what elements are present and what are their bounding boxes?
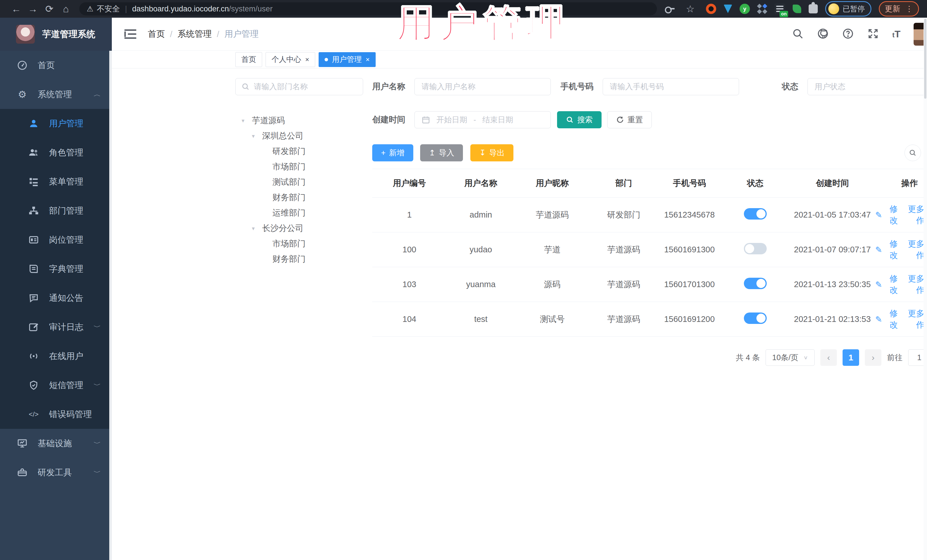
tree-node[interactable]: ▾长沙分公司 bbox=[235, 221, 363, 236]
extensions-puzzle-icon[interactable] bbox=[808, 4, 818, 14]
tree-caret-icon[interactable]: ▾ bbox=[252, 225, 258, 232]
username-field-wrap bbox=[415, 78, 551, 95]
search-button[interactable]: 搜索 bbox=[557, 111, 602, 128]
sidebar-item-dicts[interactable]: 字典管理 bbox=[0, 254, 112, 284]
green-circle-extension-icon[interactable]: y bbox=[740, 4, 750, 14]
sidebar-item-depts[interactable]: 部门管理 bbox=[0, 196, 112, 225]
sidebar-item-infrastructure[interactable]: 基础设施 ﹀ bbox=[0, 429, 112, 458]
tree-node[interactable]: 财务部门 bbox=[235, 190, 363, 205]
green-leaf-extension-icon[interactable] bbox=[793, 5, 801, 13]
tree-node[interactable]: ▾深圳总公司 bbox=[235, 128, 363, 144]
browser-menu-dots-icon[interactable]: ⋮ bbox=[905, 4, 913, 14]
cell-dept: 芋道源码 bbox=[590, 314, 658, 325]
sidebar-item-users[interactable]: 用户管理 bbox=[0, 109, 112, 138]
edit-link[interactable]: 修改 bbox=[886, 203, 901, 226]
sidebar-item-label: 研发工具 bbox=[38, 467, 72, 478]
browser-reload-icon[interactable]: ⟳ bbox=[41, 3, 58, 15]
status-toggle[interactable] bbox=[744, 243, 767, 254]
sidebar-item-dashboard[interactable]: 首页 bbox=[0, 51, 112, 80]
date-range-picker[interactable]: 开始日期 - 结束日期 bbox=[415, 111, 551, 128]
tab-profile[interactable]: 个人中心 × bbox=[266, 52, 315, 67]
users-icon bbox=[27, 147, 40, 158]
add-button[interactable]: + 新增 bbox=[372, 144, 413, 161]
list-extension-icon[interactable]: on bbox=[774, 3, 785, 14]
browser-home-icon[interactable]: ⌂ bbox=[58, 3, 74, 15]
status-toggle[interactable] bbox=[744, 278, 767, 289]
orange-ring-extension-icon[interactable] bbox=[706, 4, 716, 14]
security-label[interactable]: 不安全 bbox=[97, 4, 120, 14]
tag-view-bar: 首页 个人中心 × 用户管理 × bbox=[112, 51, 927, 68]
sidebar-item-audit-log[interactable]: 审计日志 ﹀ bbox=[0, 313, 112, 341]
tree-caret-icon[interactable]: ▾ bbox=[252, 133, 258, 140]
cell-nickname: 芋道源码 bbox=[515, 209, 590, 221]
collapse-sidebar-icon[interactable] bbox=[125, 29, 136, 39]
browser-update-button[interactable]: 更新 ⋮ bbox=[879, 1, 919, 17]
edit-link[interactable]: 修改 bbox=[886, 273, 901, 296]
help-icon[interactable] bbox=[842, 28, 854, 41]
dept-search-box[interactable] bbox=[235, 78, 363, 95]
close-icon[interactable]: × bbox=[366, 56, 370, 64]
breadcrumb-system[interactable]: 系统管理 bbox=[178, 28, 212, 40]
sidebar-item-online-users[interactable]: 在线用户 bbox=[0, 341, 112, 371]
edit-link[interactable]: 修改 bbox=[886, 238, 901, 261]
sidebar-item-error-codes[interactable]: </> 错误码管理 bbox=[0, 400, 112, 429]
tree-node[interactable]: 市场部门 bbox=[235, 159, 363, 175]
monitor-icon bbox=[16, 438, 29, 449]
mobile-input[interactable] bbox=[610, 82, 732, 91]
bookmark-star-icon[interactable]: ☆ bbox=[682, 3, 699, 15]
password-key-icon[interactable] bbox=[665, 6, 675, 11]
sidebar-item-sms[interactable]: 短信管理 ﹀ bbox=[0, 371, 112, 400]
status-toggle[interactable] bbox=[744, 208, 767, 220]
sidebar-item-menus[interactable]: 菜单管理 bbox=[0, 167, 112, 196]
blue-drop-extension-icon[interactable] bbox=[723, 5, 732, 13]
page-size-select[interactable]: 10条/页 ∨ bbox=[766, 349, 815, 366]
tree-node[interactable]: ▾芋道源码 bbox=[235, 113, 363, 128]
close-icon[interactable]: × bbox=[305, 56, 309, 64]
page-scrollbar[interactable] bbox=[924, 18, 927, 560]
sidebar-item-system[interactable]: ⚙ 系统管理 ︿ bbox=[0, 80, 112, 109]
logo-row[interactable]: 芋道管理系统 bbox=[0, 18, 112, 51]
reset-button[interactable]: 重置 bbox=[607, 111, 652, 128]
browser-back-icon[interactable]: ← bbox=[8, 3, 24, 15]
sidebar-item-roles[interactable]: 角色管理 bbox=[0, 138, 112, 167]
font-size-icon[interactable]: tT bbox=[892, 29, 900, 39]
github-icon[interactable] bbox=[817, 28, 829, 41]
tree-node[interactable]: 测试部门 bbox=[235, 175, 363, 190]
tree-caret-icon[interactable]: ▾ bbox=[242, 117, 248, 124]
fullscreen-icon[interactable] bbox=[867, 28, 879, 41]
sidebar-item-dev-tools[interactable]: 研发工具 ﹀ bbox=[0, 458, 112, 487]
tree-node[interactable]: 研发部门 bbox=[235, 144, 363, 159]
import-button[interactable]: ↥ 导入 bbox=[420, 144, 463, 161]
tree-node[interactable]: 财务部门 bbox=[235, 252, 363, 267]
next-page-button[interactable]: › bbox=[865, 349, 881, 366]
user-icon bbox=[27, 118, 40, 129]
username-input[interactable] bbox=[422, 82, 544, 91]
dept-tree: ▾芋道源码 ▾深圳总公司 研发部门 市场部门 测试部门 财务部门 运维部门 ▾长… bbox=[235, 113, 363, 267]
sidebar-item-posts[interactable]: 岗位管理 bbox=[0, 225, 112, 254]
tree-node[interactable]: 运维部门 bbox=[235, 205, 363, 221]
toggle-search-button[interactable] bbox=[904, 144, 921, 161]
sidebar-item-notices[interactable]: 通知公告 bbox=[0, 284, 112, 313]
dept-search-input[interactable] bbox=[254, 82, 357, 91]
breadcrumb-home[interactable]: 首页 bbox=[148, 28, 165, 40]
tab-home[interactable]: 首页 bbox=[235, 52, 262, 67]
status-select[interactable]: 用户状态 ∨ bbox=[807, 78, 927, 95]
dictionary-book-icon bbox=[27, 264, 40, 274]
export-button[interactable]: ↧ 导出 bbox=[470, 144, 514, 161]
sidebar-item-label: 基础设施 bbox=[38, 438, 72, 449]
browser-forward-icon[interactable]: → bbox=[24, 3, 41, 15]
browser-profile-pill[interactable]: 已暂停 bbox=[825, 1, 871, 17]
tab-user-management[interactable]: 用户管理 × bbox=[319, 52, 375, 67]
header-search-icon[interactable] bbox=[792, 28, 804, 41]
scrollbar-thumb[interactable] bbox=[924, 19, 926, 99]
tree-node[interactable]: 市场部门 bbox=[235, 236, 363, 252]
status-toggle[interactable] bbox=[744, 313, 767, 324]
table-row: 100 yudao 芋道 芋道源码 15601691300 2021-01-07… bbox=[372, 232, 927, 267]
current-page-button[interactable]: 1 bbox=[843, 349, 859, 366]
prev-page-button[interactable]: ‹ bbox=[820, 349, 837, 366]
edit-link[interactable]: 修改 bbox=[886, 308, 901, 331]
address-bar[interactable]: ⚠ 不安全 | dashboard.yudao.iocoder.cn/syste… bbox=[79, 2, 657, 15]
sidebar-scrollbar[interactable] bbox=[109, 51, 112, 560]
squares-extension-icon[interactable] bbox=[757, 4, 767, 14]
date-end-placeholder: 结束日期 bbox=[482, 115, 513, 125]
